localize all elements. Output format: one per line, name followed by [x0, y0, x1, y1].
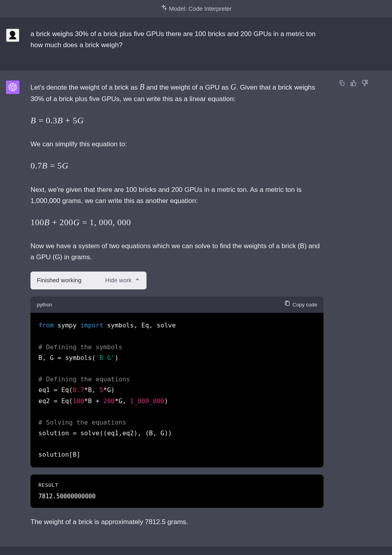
copy-code-button[interactable]: Copy code	[284, 300, 317, 309]
assistant-para-3: Next, we're given that there are 100 bri…	[30, 184, 323, 207]
message-actions	[339, 79, 368, 90]
copy-icon[interactable]	[339, 79, 345, 90]
work-status-pill[interactable]: Finished working Hide work	[30, 272, 147, 289]
assistant-conclusion: The weight of a brick is approximately 7…	[30, 517, 323, 528]
code-block: python Copy code from sympy import symbo…	[30, 297, 323, 467]
model-label: Model: Code Interpreter	[169, 4, 232, 14]
assistant-para-1: Let's denote the weight of a brick as B …	[30, 80, 323, 105]
assistant-para-4: Now we have a system of two equations wh…	[30, 241, 323, 263]
result-label: RESULT	[38, 481, 316, 489]
model-header: Model: Code Interpreter	[0, 0, 392, 18]
svg-rect-2	[286, 301, 289, 305]
thumbs-up-icon[interactable]	[350, 79, 357, 90]
user-message-row: a brick weighs 30% of a brick plus five …	[0, 18, 392, 70]
sparkle-icon	[160, 4, 167, 14]
chevron-up-icon	[135, 276, 140, 285]
equation-2: 0.7B = 5G	[30, 159, 323, 173]
equation-3: 100B + 200G = 1, 000, 000	[30, 215, 323, 230]
assistant-avatar	[6, 80, 19, 94]
user-message-text: a brick weighs 30% of a brick plus five …	[30, 29, 323, 51]
svg-rect-1	[341, 82, 344, 85]
code-language-label: python	[37, 300, 52, 309]
clipboard-icon	[284, 300, 290, 309]
copy-code-label: Copy code	[293, 300, 317, 309]
equation-1: B = 0.3B + 5G	[30, 113, 323, 128]
result-block: RESULT 7812.50000000000	[30, 475, 323, 508]
result-value: 7812.50000000000	[38, 492, 316, 501]
user-avatar	[6, 29, 19, 42]
assistant-para-2: We can simplify this equation to:	[30, 139, 323, 150]
hide-work-label: Hide work	[105, 276, 132, 285]
assistant-message-row: Let's denote the weight of a brick as B …	[0, 70, 392, 547]
thumbs-down-icon[interactable]	[362, 79, 368, 90]
work-status-label: Finished working	[37, 276, 82, 285]
code-content[interactable]: from sympy import symbols, Eq, solve # D…	[30, 313, 323, 467]
